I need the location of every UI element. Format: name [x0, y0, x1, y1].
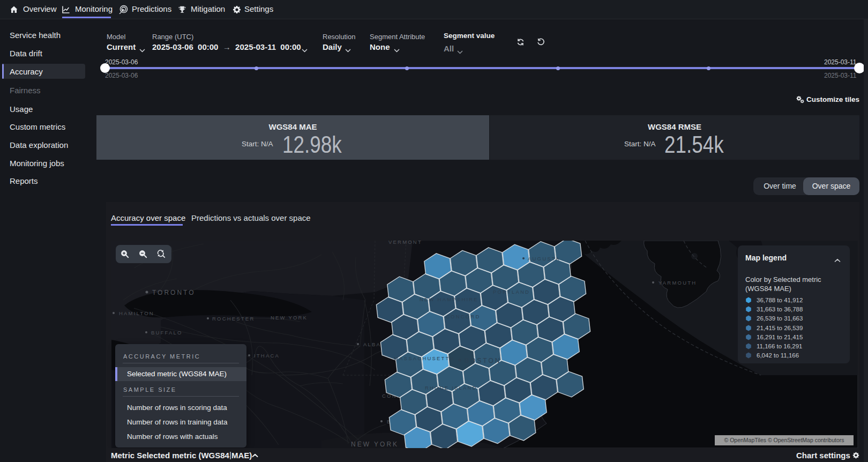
svg-text:NEW YORK: NEW YORK: [271, 315, 308, 321]
svg-text:RHODE ISLAND: RHODE ISLAND: [425, 385, 477, 391]
svg-text:TORONTO: TORONTO: [152, 289, 196, 296]
svg-text:MASSACHUSETTS: MASSACHUSETTS: [394, 355, 454, 361]
svg-text:HAMILTON: HAMILTON: [119, 310, 154, 316]
svg-text:NEW YORK: NEW YORK: [351, 441, 399, 448]
svg-text:ROCHESTER: ROCHESTER: [212, 316, 255, 322]
svg-text:ITHACA: ITHACA: [254, 353, 280, 359]
svg-text:YARMOUTH: YARMOUTH: [659, 280, 697, 286]
svg-text:VERMONT: VERMONT: [388, 241, 422, 245]
svg-text:BUFFALO: BUFFALO: [151, 330, 183, 336]
svg-text:BOSTON: BOSTON: [465, 357, 501, 364]
svg-text:CONCORD: CONCORD: [446, 314, 480, 319]
svg-text:NEW HAMPSHIRE: NEW HAMPSHIRE: [420, 296, 478, 302]
svg-text:AUGUSTA: AUGUSTA: [528, 256, 560, 262]
svg-text:PORTLAND: PORTLAND: [493, 289, 530, 295]
